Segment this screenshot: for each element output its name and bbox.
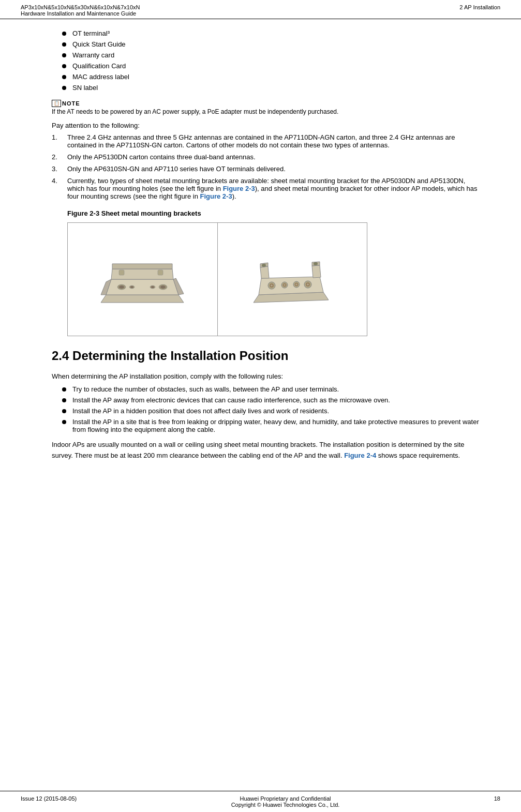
svg-marker-5: [112, 264, 172, 269]
header-right: 2 AP Installation: [459, 4, 500, 10]
section-2-4-title: 2.4 Determining the Installation Positio…: [52, 349, 480, 363]
svg-rect-15: [158, 270, 163, 275]
figure-2-3-right: [218, 223, 367, 336]
note-block: 📋 NOTE If the AT needs to be powered by …: [52, 99, 480, 115]
list-item: Install the AP in a hidden position that…: [62, 407, 480, 415]
note-text: If the AT needs to be powered by an AC p…: [52, 108, 480, 115]
bullet-icon: [62, 64, 66, 68]
header-product: AP3x10xN&5x10xN&5x30xN&6x10xN&7x10xN: [21, 4, 140, 10]
svg-rect-14: [119, 270, 124, 275]
figure-2-3-container: [67, 222, 367, 336]
figure-2-3-link-2[interactable]: Figure 2-3: [200, 192, 232, 200]
list-item: Warranty card: [62, 51, 480, 59]
list-item: SN label: [62, 84, 480, 92]
svg-point-7: [119, 285, 124, 289]
list-number: 1.: [52, 133, 67, 141]
bullet-icon: [62, 409, 66, 413]
section-intro: When determining the AP installation pos…: [52, 372, 480, 380]
list-number: 2.: [52, 153, 67, 161]
page-footer: Issue 12 (2015-08-05) Huawei Proprietary…: [0, 791, 521, 812]
bullet-icon: [62, 420, 66, 424]
bracket-left-svg: [91, 238, 194, 321]
footer-center: Huawei Proprietary and Confidential Copy…: [77, 795, 494, 808]
svg-point-39: [314, 262, 318, 265]
footer-page-number: 18: [494, 795, 500, 808]
figure-2-3-link-1[interactable]: Figure 2-3: [223, 185, 255, 192]
bullet-icon: [62, 32, 66, 36]
list-item: Qualification Card: [62, 62, 480, 70]
section-bullet-list: Try to reduce the number of obstacles, s…: [52, 385, 480, 433]
numbered-item-4-text: Currently, two types of sheet metal moun…: [67, 177, 480, 200]
svg-point-9: [160, 285, 166, 289]
svg-marker-18: [260, 266, 269, 278]
list-number: 4.: [52, 177, 67, 185]
list-item: 2. Only the AP5130DN carton contains thr…: [52, 153, 480, 161]
bullet-icon: [62, 387, 66, 392]
item-bullet-list: OT terminal³ Quick Start Guide Warranty …: [52, 29, 480, 92]
svg-point-38: [262, 264, 266, 267]
svg-marker-19: [312, 265, 321, 278]
header-left: AP3x10xN&5x10xN&5x30xN&6x10xN&7x10xN Har…: [21, 4, 140, 17]
svg-point-13: [151, 286, 154, 288]
svg-marker-1: [106, 279, 178, 295]
bullet-icon: [62, 75, 66, 79]
note-book-icon: 📋: [52, 100, 61, 107]
header-guide-title: Hardware Installation and Maintenance Gu…: [21, 10, 140, 17]
bullet-icon: [62, 42, 66, 47]
note-label: NOTE: [62, 100, 80, 107]
numbered-list: 1. Three 2.4 GHz antennas and three 5 GH…: [52, 133, 480, 200]
bullet-icon: [62, 53, 66, 57]
list-item: MAC address label: [62, 73, 480, 81]
figure-2-3-left: [68, 223, 218, 336]
list-item: OT terminal³: [62, 29, 480, 37]
figure-2-3-label: Figure 2-3 Sheet metal mounting brackets: [67, 209, 480, 217]
list-item: Install the AP in a site that is free fr…: [62, 418, 480, 433]
bullet-icon: [62, 86, 66, 90]
bracket-right-svg: [241, 238, 344, 321]
footer-copyright: Copyright © Huawei Technologies Co., Ltd…: [77, 802, 494, 808]
footer-proprietary: Huawei Proprietary and Confidential: [77, 795, 494, 802]
list-item: 3. Only the AP6310SN-GN and AP7110 serie…: [52, 165, 480, 173]
page-wrapper: AP3x10xN&5x10xN&5x30xN&6x10xN&7x10xN Har…: [0, 0, 521, 812]
pay-attention-label: Pay attention to the following:: [52, 122, 480, 129]
note-header: 📋 NOTE: [52, 100, 80, 107]
list-item: 1. Three 2.4 GHz antennas and three 5 GH…: [52, 133, 480, 149]
header-section: 2 AP Installation: [459, 4, 500, 10]
main-content: OT terminal³ Quick Start Guide Warranty …: [0, 19, 521, 791]
list-item: Try to reduce the number of obstacles, s…: [62, 385, 480, 393]
figure-2-4-link[interactable]: Figure 2-4: [344, 452, 376, 459]
bottom-paragraph: Indoor APs are usually mounted on a wall…: [52, 440, 480, 461]
svg-marker-0: [101, 295, 184, 303]
list-item: 4. Currently, two types of sheet metal m…: [52, 177, 480, 200]
list-number: 3.: [52, 165, 67, 173]
list-item: Install the AP away from electronic devi…: [62, 396, 480, 404]
footer-issue: Issue 12 (2015-08-05): [21, 795, 77, 808]
bullet-icon: [62, 398, 66, 402]
page-header: AP3x10xN&5x10xN&5x30xN&6x10xN&7x10xN Har…: [0, 0, 521, 19]
svg-point-11: [130, 286, 133, 288]
list-item: Quick Start Guide: [62, 40, 480, 48]
